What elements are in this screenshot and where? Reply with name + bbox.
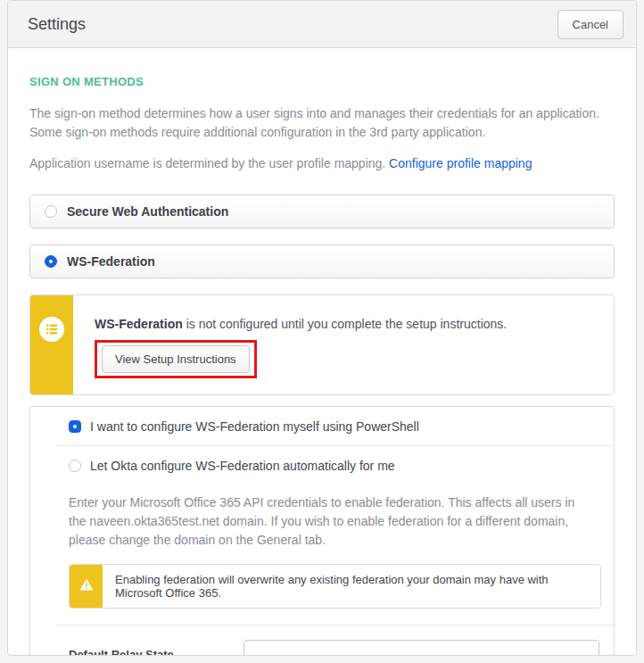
config-label-powershell: I want to configure WS-Federation myself… [90, 419, 419, 434]
sign-on-methods-heading: SIGN ON METHODS [29, 75, 615, 88]
callout-app-name: WS-Federation [95, 317, 183, 331]
view-setup-instructions-button[interactable]: View Setup Instructions [102, 345, 250, 373]
cancel-button[interactable]: Cancel [557, 10, 623, 39]
method-label-ws-federation: WS-Federation [67, 254, 155, 269]
default-relay-state-input[interactable] [244, 640, 599, 656]
radio-ws-federation[interactable] [45, 255, 57, 268]
settings-card: Settings Cancel SIGN ON METHODS The sign… [7, 0, 637, 656]
warning-text: Enabling federation will overwrite any e… [103, 565, 600, 608]
federation-config-box: I want to configure WS-Federation myself… [29, 406, 615, 656]
warning-yellow-stripe [70, 565, 103, 608]
method-option-ws-federation[interactable]: WS-Federation [29, 244, 615, 278]
config-option-powershell[interactable]: I want to configure WS-Federation myself… [30, 407, 614, 445]
username-note-text: Application username is determined by th… [29, 156, 385, 170]
federation-description: Enter your Microsoft Office 365 API cred… [69, 493, 578, 550]
warning-triangle-icon [78, 576, 95, 596]
default-relay-state-field: All IDP-initiated requests will include … [244, 640, 599, 656]
red-highlight-annotation: View Setup Instructions [95, 340, 257, 378]
method-label-swa: Secure Web Authentication [67, 204, 228, 219]
radio-swa[interactable] [45, 205, 57, 218]
setup-callout: WS-Federation is not configured until yo… [29, 294, 615, 395]
callout-yellow-stripe [30, 295, 73, 394]
default-relay-state-row: Default Relay State All IDP-initiated re… [30, 626, 614, 656]
configure-profile-mapping-link[interactable]: Configure profile mapping [389, 156, 532, 170]
radio-powershell[interactable] [69, 420, 81, 433]
settings-header: Settings Cancel [8, 1, 636, 48]
bullet-list-icon [39, 317, 64, 394]
sign-on-description: The sign-on method determines how a user… [29, 104, 615, 142]
callout-body: WS-Federation is not configured until yo… [73, 295, 614, 394]
callout-message: WS-Federation is not configured until yo… [95, 317, 592, 331]
config-label-okta-auto: Let Okta configure WS-Federation automat… [90, 459, 395, 473]
federation-warning: Enabling federation will overwrite any e… [69, 564, 601, 609]
settings-body: SIGN ON METHODS The sign-on method deter… [8, 48, 636, 656]
radio-okta-auto[interactable] [69, 460, 81, 472]
default-relay-state-label: Default Relay State [69, 640, 244, 656]
method-option-swa[interactable]: Secure Web Authentication [29, 195, 615, 228]
username-note: Application username is determined by th… [29, 154, 615, 173]
callout-message-text: is not configured until you complete the… [183, 317, 507, 331]
page-title: Settings [28, 15, 86, 34]
config-option-okta-auto[interactable]: Let Okta configure WS-Federation automat… [30, 446, 614, 485]
